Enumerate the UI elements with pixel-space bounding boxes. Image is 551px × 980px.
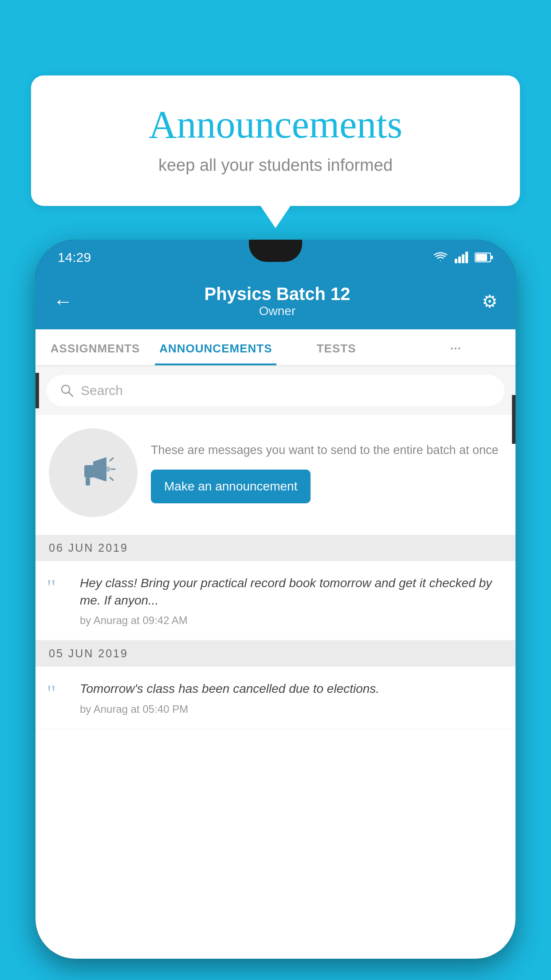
power-button xyxy=(512,395,516,444)
toolbar-title: Physics Batch 12 xyxy=(73,284,482,304)
promo-card: These are messages you want to send to t… xyxy=(35,415,516,535)
svg-rect-3 xyxy=(465,252,468,263)
status-icons xyxy=(433,252,493,263)
toolbar-title-group: Physics Batch 12 Owner xyxy=(73,284,482,318)
search-icon xyxy=(60,383,74,398)
svg-rect-11 xyxy=(86,478,90,486)
quote-icon-2: " xyxy=(47,680,69,705)
battery-icon xyxy=(475,253,493,262)
search-placeholder: Search xyxy=(81,383,123,398)
tab-announcements[interactable]: ANNOUNCEMENTS xyxy=(155,329,276,365)
svg-rect-6 xyxy=(491,256,493,259)
make-announcement-button[interactable]: Make an announcement xyxy=(151,470,311,503)
phone-body: 14:29 xyxy=(35,240,516,959)
svg-point-12 xyxy=(105,466,110,472)
search-container: Search xyxy=(35,366,516,415)
date-separator-1: 06 JUN 2019 xyxy=(35,535,516,561)
svg-rect-2 xyxy=(462,254,464,263)
status-time: 14:29 xyxy=(58,250,433,265)
svg-rect-1 xyxy=(458,257,461,263)
status-bar: 14:29 xyxy=(35,240,516,275)
announcement-body-2: Tomorrow's class has been cancelled due … xyxy=(80,680,502,697)
phone-content: Search xyxy=(35,366,516,959)
volume-button xyxy=(35,373,39,408)
wifi-icon xyxy=(433,252,448,263)
svg-line-13 xyxy=(110,458,113,461)
announcement-item-2[interactable]: " Tomorrow's class has been cancelled du… xyxy=(35,667,516,729)
speech-bubble-card: Announcements keep all your students inf… xyxy=(31,75,520,206)
search-bar[interactable]: Search xyxy=(47,375,504,406)
svg-rect-0 xyxy=(455,259,457,263)
announcement-text-2: Tomorrow's class has been cancelled due … xyxy=(80,680,502,715)
app-toolbar: ← Physics Batch 12 Owner ⚙ xyxy=(35,275,516,329)
promo-description: These are messages you want to send to t… xyxy=(151,442,502,459)
announcement-body-1: Hey class! Bring your practical record b… xyxy=(80,574,502,609)
tab-tests[interactable]: TESTS xyxy=(276,329,396,365)
svg-line-15 xyxy=(110,478,113,480)
announcement-meta-1: by Anurag at 09:42 AM xyxy=(80,614,502,627)
back-button[interactable]: ← xyxy=(53,290,73,312)
tab-more[interactable]: ··· xyxy=(396,329,516,365)
bubble-title: Announcements xyxy=(53,102,498,147)
quote-icon-1: " xyxy=(47,574,69,600)
announcement-text-1: Hey class! Bring your practical record b… xyxy=(80,574,502,627)
announcement-meta-2: by Anurag at 05:40 PM xyxy=(80,703,502,715)
svg-rect-10 xyxy=(84,465,94,478)
signal-icon xyxy=(455,252,468,263)
date-separator-2: 05 JUN 2019 xyxy=(35,640,516,667)
phone-frame: 14:29 xyxy=(35,240,516,980)
notch xyxy=(249,240,302,262)
promo-icon-circle xyxy=(49,428,138,517)
tabs-bar: ASSIGNMENTS ANNOUNCEMENTS TESTS ··· xyxy=(35,329,516,366)
settings-button[interactable]: ⚙ xyxy=(482,291,498,312)
svg-line-8 xyxy=(69,392,73,396)
megaphone-icon xyxy=(69,448,118,497)
svg-rect-5 xyxy=(476,254,487,261)
toolbar-subtitle: Owner xyxy=(73,304,482,318)
promo-right: These are messages you want to send to t… xyxy=(151,442,502,504)
svg-marker-9 xyxy=(93,457,106,482)
announcement-item-1[interactable]: " Hey class! Bring your practical record… xyxy=(35,561,516,640)
tab-assignments[interactable]: ASSIGNMENTS xyxy=(35,329,155,365)
bubble-subtitle: keep all your students informed xyxy=(53,156,498,175)
